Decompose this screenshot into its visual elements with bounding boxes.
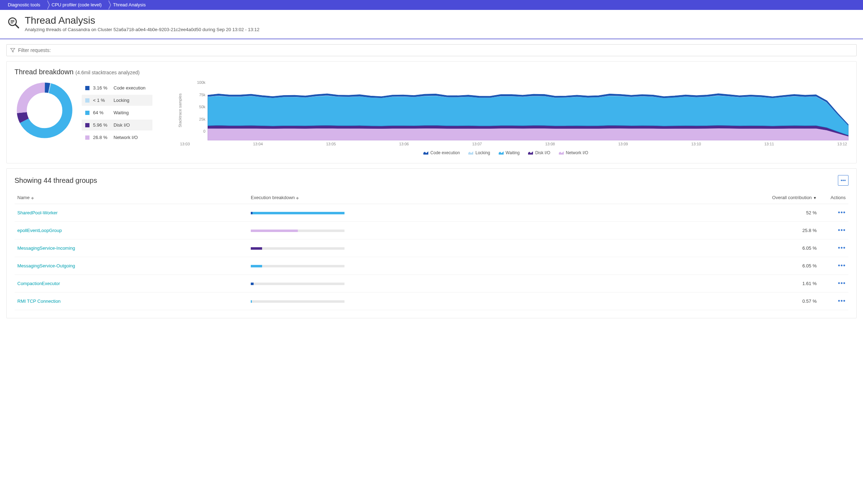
stacktrace-area-chart[interactable]: [208, 80, 848, 140]
thread-groups-panel: Showing 44 thread groups ••• Name◆ Execu…: [6, 168, 857, 318]
col-header-contribution[interactable]: Overall contribution▼: [614, 191, 827, 204]
swatch-icon: [85, 135, 89, 140]
more-icon: •••: [841, 178, 846, 183]
breakdown-donut-chart[interactable]: [15, 80, 75, 140]
table-row: epollEventLoopGroup 25.8 % •••: [15, 222, 848, 239]
execution-breakdown-bar[interactable]: [251, 230, 344, 232]
breakdown-legend: 3.16 % Code execution < 1 % Locking 64 %…: [82, 82, 152, 143]
groups-title: Showing 44 thread groups: [15, 176, 97, 185]
breadcrumb-thread-analysis[interactable]: Thread Analysis: [108, 0, 152, 10]
legend-label: Network I/O: [114, 135, 138, 140]
groups-more-button[interactable]: •••: [838, 175, 848, 186]
legend-row-waiting[interactable]: 64 % Waiting: [82, 107, 152, 118]
breadcrumb: Diagnostic tools CPU profiler (code leve…: [0, 0, 863, 10]
legend-row-diskio[interactable]: 5.96 % Disk I/O: [82, 120, 152, 131]
thread-group-link[interactable]: MessagingService-Incoming: [17, 245, 75, 251]
row-actions-button[interactable]: •••: [838, 209, 846, 216]
chart-legend-item[interactable]: Locking: [468, 150, 490, 155]
thread-breakdown-panel: Thread breakdown (4.6mil stacktraces ana…: [6, 61, 857, 163]
overall-contribution: 0.57 %: [614, 292, 827, 310]
legend-pct: 26.8 %: [93, 135, 110, 140]
col-header-exec[interactable]: Execution breakdown◆: [248, 191, 614, 204]
thread-group-link[interactable]: CompactionExecutor: [17, 281, 60, 286]
filter-placeholder: Filter requests:: [18, 47, 51, 53]
row-actions-button[interactable]: •••: [838, 280, 846, 287]
thread-groups-table: Name◆ Execution breakdown◆ Overall contr…: [15, 191, 848, 310]
col-header-name[interactable]: Name◆: [15, 191, 248, 204]
execution-breakdown-bar[interactable]: [251, 300, 344, 303]
legend-pct: 3.16 %: [93, 85, 110, 91]
legend-row-code[interactable]: 3.16 % Code execution: [82, 82, 152, 93]
legend-pct: 64 %: [93, 110, 110, 115]
legend-pct: 5.96 %: [93, 122, 110, 128]
breadcrumb-cpu-profiler[interactable]: CPU profiler (code level): [47, 0, 108, 10]
row-actions-button[interactable]: •••: [838, 244, 846, 251]
page-title: Thread Analysis: [25, 15, 259, 26]
filter-icon: [10, 48, 15, 53]
execution-breakdown-bar[interactable]: [251, 283, 344, 285]
swatch-icon: [85, 123, 89, 127]
table-row: MessagingService-Outgoing 6.05 % •••: [15, 257, 848, 275]
svg-point-9: [22, 88, 68, 133]
page-subtitle: Analyzing threads of Cassandra on Cluste…: [25, 27, 259, 32]
svg-line-1: [15, 24, 18, 28]
table-row: CompactionExecutor 1.61 % •••: [15, 275, 848, 292]
row-actions-button[interactable]: •••: [838, 227, 846, 234]
area-icon: [559, 151, 564, 155]
swatch-icon: [85, 86, 89, 90]
analysis-icon: [7, 16, 20, 29]
col-header-actions: Actions: [827, 191, 848, 204]
swatch-icon: [85, 98, 89, 103]
legend-label: Waiting: [114, 110, 129, 115]
row-actions-button[interactable]: •••: [838, 297, 846, 305]
chart-y-axis-label: Stacktrace samples: [178, 93, 182, 127]
filter-input[interactable]: Filter requests:: [6, 44, 857, 56]
execution-breakdown-bar[interactable]: [251, 212, 344, 214]
execution-breakdown-bar[interactable]: [251, 265, 344, 267]
breakdown-title-text: Thread breakdown: [15, 68, 74, 76]
chart-x-ticks: 13:0313:0413:0513:0613:0713:0813:0913:10…: [163, 142, 848, 146]
area-icon: [423, 151, 428, 155]
legend-row-network[interactable]: 26.8 % Network I/O: [82, 132, 152, 143]
breadcrumb-diagnostic-tools[interactable]: Diagnostic tools: [3, 0, 47, 10]
swatch-icon: [85, 111, 89, 115]
area-icon: [468, 151, 473, 155]
chart-legend-item[interactable]: Code execution: [423, 150, 460, 155]
table-row: SharedPool-Worker 52 % •••: [15, 204, 848, 222]
thread-group-link[interactable]: MessagingService-Outgoing: [17, 263, 75, 268]
chart-legend-item[interactable]: Waiting: [499, 150, 520, 155]
row-actions-button[interactable]: •••: [838, 262, 846, 269]
legend-label: Locking: [114, 98, 129, 103]
thread-group-link[interactable]: RMI TCP Connection: [17, 299, 60, 304]
execution-breakdown-bar[interactable]: [251, 247, 344, 250]
page-header: Thread Analysis Analyzing threads of Cas…: [0, 10, 863, 39]
legend-label: Disk I/O: [114, 122, 130, 128]
breakdown-subtitle: (4.6mil stacktraces analyzed): [75, 70, 139, 75]
area-icon: [499, 151, 504, 155]
legend-row-locking[interactable]: < 1 % Locking: [82, 95, 152, 106]
legend-pct: < 1 %: [93, 98, 110, 103]
breakdown-title: Thread breakdown (4.6mil stacktraces ana…: [15, 68, 848, 76]
overall-contribution: 52 %: [614, 204, 827, 222]
chart-legend-item[interactable]: Disk I/O: [528, 150, 550, 155]
overall-contribution: 6.05 %: [614, 257, 827, 275]
table-row: MessagingService-Incoming 6.05 % •••: [15, 239, 848, 257]
overall-contribution: 25.8 %: [614, 222, 827, 239]
chart-legend: Code executionLockingWaitingDisk I/ONetw…: [163, 150, 848, 155]
chart-legend-item[interactable]: Network I/O: [559, 150, 588, 155]
thread-group-link[interactable]: SharedPool-Worker: [17, 210, 58, 215]
overall-contribution: 1.61 %: [614, 275, 827, 292]
area-icon: [528, 151, 533, 155]
table-row: RMI TCP Connection 0.57 % •••: [15, 292, 848, 310]
legend-label: Code execution: [114, 85, 145, 91]
thread-group-link[interactable]: epollEventLoopGroup: [17, 228, 62, 233]
overall-contribution: 6.05 %: [614, 239, 827, 257]
chart-y-ticks: 100k75k50k25k0: [197, 80, 208, 133]
